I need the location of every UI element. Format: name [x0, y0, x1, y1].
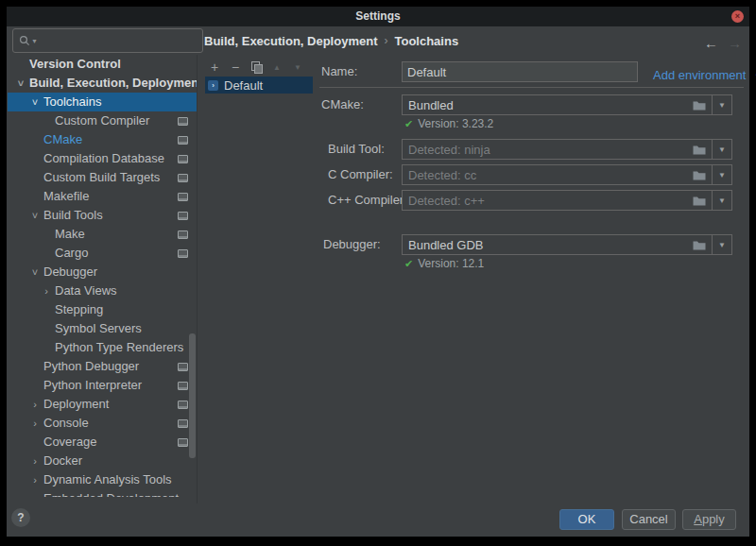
apply-button[interactable]: Apply [682, 509, 736, 530]
sidebar-item-coverage[interactable]: Coverage [8, 433, 197, 452]
folder-icon[interactable] [693, 100, 706, 111]
sidebar-item-toolchains[interactable]: ˅Toolchains [8, 93, 197, 111]
breadcrumb: Build, Execution, Deployment › Toolchain… [204, 33, 458, 48]
sidebar-item-python-interpreter[interactable]: Python Interpreter [8, 376, 197, 395]
ok-button[interactable]: OK [559, 509, 614, 530]
project-scope-icon [178, 230, 188, 239]
build-tool-value: Detected: ninja [403, 143, 693, 157]
add-environment-link[interactable]: Add environment ▼ [653, 65, 756, 86]
sidebar-item-label: Compilation Database [43, 149, 164, 168]
debugger-value: Bundled GDB [403, 238, 693, 252]
check-icon: ✔ [404, 118, 413, 129]
add-environment-label: Add environment [653, 68, 746, 82]
cancel-button[interactable]: Cancel [622, 509, 676, 530]
sidebar-item-version-control[interactable]: Version Control [8, 55, 197, 74]
forward-button[interactable]: → [728, 35, 742, 51]
sidebar-item-symbol-servers[interactable]: Symbol Servers [8, 319, 197, 338]
move-up-button[interactable]: ▲ [269, 60, 284, 75]
back-button[interactable]: ← [704, 35, 718, 51]
toolchain-icon: › [208, 80, 218, 91]
toolchain-toolbar: +−▲▼ [207, 60, 311, 75]
sidebar-item-label: Dynamic Analysis Tools [43, 470, 172, 489]
toolchain-list-item-default[interactable]: › Default [205, 77, 313, 94]
chevron-down-icon[interactable]: ▼ [712, 95, 731, 114]
close-button[interactable]: × [731, 10, 744, 23]
folder-icon[interactable] [693, 170, 706, 180]
sidebar-item-console[interactable]: ›Console [8, 414, 197, 433]
c-compiler-label: C++ Compiler: [328, 190, 407, 211]
chevron-right-icon[interactable]: › [30, 452, 40, 470]
sidebar-item-makefile[interactable]: Makefile [8, 187, 197, 206]
chevron-right-icon[interactable]: › [30, 414, 40, 433]
add-button[interactable]: + [207, 60, 222, 75]
settings-search[interactable]: ▼ [12, 28, 203, 53]
sidebar-item-python-type-renderers[interactable]: Python Type Renderers [8, 338, 197, 357]
move-up-icon: ▲ [273, 63, 281, 72]
chevron-down-icon[interactable]: ▼ [712, 165, 731, 184]
chevron-right-icon[interactable]: › [30, 470, 40, 489]
sidebar-item-make[interactable]: Make [8, 225, 197, 244]
project-scope-icon [178, 401, 188, 409]
c-compiler-combo[interactable]: Detected: c++▼ [402, 190, 732, 211]
chevron-down-icon[interactable]: ˅ [30, 206, 40, 225]
sidebar-item-label: Coverage [43, 433, 96, 452]
sidebar-item-label: Toolchains [43, 93, 101, 111]
chevron-right-icon[interactable]: › [30, 489, 40, 497]
search-history-chevron-icon[interactable]: ▼ [31, 38, 38, 44]
screen: Settings × ▼ Build, Execution, Deploymen… [0, 0, 756, 546]
cmake-value: Bundled [403, 98, 693, 112]
sidebar-item-deployment[interactable]: ›Deployment [8, 395, 197, 414]
chevron-down-icon[interactable]: ˅ [30, 263, 40, 282]
folder-icon[interactable] [693, 145, 706, 155]
sidebar-item-label: Console [43, 414, 89, 433]
breadcrumb-item-build-execution-deployment[interactable]: Build, Execution, Deployment [204, 34, 377, 48]
folder-icon[interactable] [693, 240, 706, 250]
cmake-combo[interactable]: Bundled▼ [402, 94, 732, 115]
sidebar-item-cmake[interactable]: CMake [8, 130, 197, 149]
sidebar-item-dynamic-analysis-tools[interactable]: ›Dynamic Analysis Tools [8, 470, 197, 489]
sidebar-item-compilation-database[interactable]: Compilation Database [8, 149, 197, 168]
settings-tree: Version Control˅Build, Execution, Deploy… [8, 55, 197, 497]
sidebar-item-build-tools[interactable]: ˅Build Tools [8, 206, 197, 225]
project-scope-icon [178, 136, 188, 145]
copy-icon [251, 61, 262, 73]
c-compiler-combo[interactable]: Detected: cc▼ [402, 164, 732, 185]
help-button[interactable]: ? [11, 508, 30, 527]
sidebar-item-label: Embedded Development [43, 489, 179, 497]
sidebar-item-custom-build-targets[interactable]: Custom Build Targets [8, 168, 197, 187]
chevron-down-icon[interactable]: ˅ [30, 93, 40, 111]
sidebar-item-build-execution-deployment[interactable]: ˅Build, Execution, Deployment [8, 74, 197, 93]
chevron-down-icon[interactable]: ▼ [712, 235, 731, 254]
sidebar-item-cargo[interactable]: Cargo [8, 244, 197, 263]
chevron-down-icon[interactable]: ˅ [16, 74, 26, 93]
search-icon [19, 35, 30, 46]
sidebar-item-stepping[interactable]: Stepping [8, 300, 197, 319]
chevron-down-icon[interactable]: ▼ [712, 191, 731, 210]
project-scope-icon [178, 419, 188, 428]
sidebar-item-data-views[interactable]: ›Data Views [8, 282, 197, 300]
chevron-right-icon[interactable]: › [30, 395, 40, 414]
search-input[interactable] [38, 34, 202, 47]
build-tool-combo[interactable]: Detected: ninja▼ [402, 139, 732, 160]
copy-button[interactable] [249, 60, 264, 75]
sidebar-item-debugger[interactable]: ˅Debugger [8, 263, 197, 282]
sidebar-item-label: Custom Build Targets [43, 168, 160, 187]
sidebar-item-embedded-development[interactable]: ›Embedded Development [8, 489, 197, 497]
check-icon: ✔ [404, 258, 413, 269]
folder-icon[interactable] [693, 196, 706, 206]
remove-button[interactable]: − [228, 60, 243, 75]
sidebar-item-label: Python Debugger [43, 357, 139, 376]
name-label: Name: [321, 61, 357, 82]
move-down-button[interactable]: ▼ [290, 60, 305, 75]
sidebar-item-custom-compiler[interactable]: Custom Compiler [8, 111, 197, 130]
sidebar-item-python-debugger[interactable]: Python Debugger [8, 357, 197, 376]
titlebar[interactable]: Settings × [7, 7, 749, 26]
sidebar-item-docker[interactable]: ›Docker [8, 452, 197, 470]
name-input[interactable] [402, 61, 638, 82]
chevron-right-icon[interactable]: › [42, 282, 51, 300]
sidebar-scrollbar[interactable] [189, 333, 196, 458]
c-compiler-value: Detected: c++ [403, 194, 693, 208]
chevron-down-icon[interactable]: ▼ [712, 140, 731, 159]
breadcrumb-item-toolchains[interactable]: Toolchains [394, 34, 458, 48]
debugger-combo[interactable]: Bundled GDB▼ [402, 234, 732, 255]
